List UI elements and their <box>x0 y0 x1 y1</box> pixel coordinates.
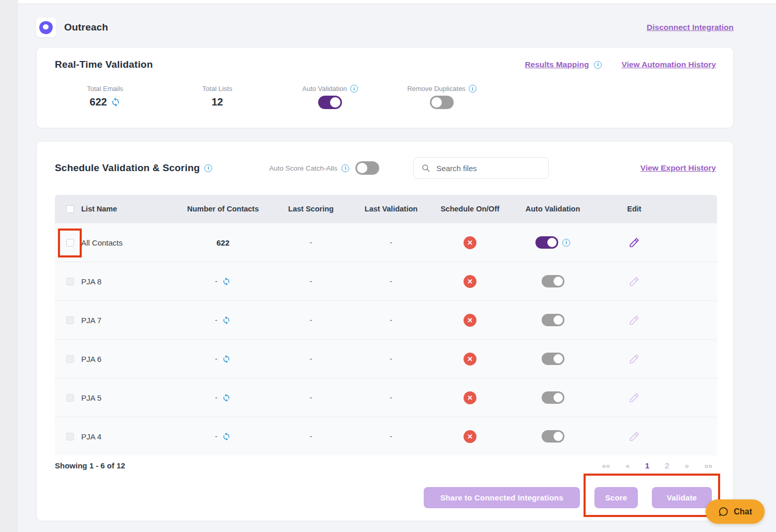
table-row-pja8: PJA 8 - - - ✕ <box>55 262 717 300</box>
pagination-prev[interactable]: « <box>625 462 630 470</box>
row-checkbox[interactable] <box>66 394 74 402</box>
row-auto-validation-toggle[interactable] <box>542 314 564 326</box>
last-scoring-value: - <box>270 393 352 402</box>
row-auto-validation-toggle[interactable] <box>542 430 564 443</box>
chat-bubble-icon <box>718 506 729 517</box>
select-all-checkbox[interactable] <box>66 205 74 213</box>
chat-button[interactable]: Chat <box>706 499 765 524</box>
col-edit: Edit <box>595 205 673 213</box>
auto-validation-stat: Auto Validation i <box>283 85 377 109</box>
list-name: All Contacts <box>81 238 123 247</box>
pagination-page-1[interactable]: 1 <box>645 461 649 470</box>
refresh-icon[interactable] <box>222 355 231 363</box>
last-scoring-value: - <box>270 277 352 285</box>
schedule-off-icon[interactable]: ✕ <box>464 430 476 443</box>
auto-validation-toggle[interactable] <box>318 96 342 109</box>
list-name: PJA 4 <box>81 432 101 441</box>
list-name: PJA 6 <box>81 355 101 363</box>
col-schedule-on-off: Schedule On/Off <box>430 205 510 213</box>
total-lists-label: Total Lists <box>176 85 259 93</box>
last-validation-value: - <box>352 316 430 324</box>
view-export-history-link[interactable]: View Export History <box>640 163 716 173</box>
page-left-margin <box>0 0 18 532</box>
remove-duplicates-info-icon[interactable]: i <box>469 85 476 93</box>
refresh-icon[interactable] <box>111 97 121 107</box>
total-emails-value: 622 <box>89 96 107 108</box>
last-validation-value: - <box>352 432 430 440</box>
last-scoring-value: - <box>270 355 352 363</box>
last-scoring-value: - <box>270 316 352 324</box>
auto-score-label: Auto Score Catch-Alls <box>269 164 337 172</box>
edit-icon[interactable] <box>629 314 640 326</box>
auto-validation-label: Auto Validation <box>302 85 347 93</box>
remove-duplicates-stat: Remove Duplicates i <box>395 85 488 109</box>
edit-icon[interactable] <box>629 237 640 248</box>
table-row-all-contacts: All Contacts 622 - - ✕ i <box>55 223 717 262</box>
table-row-pja4: PJA 4 - - - ✕ <box>55 417 717 455</box>
refresh-icon[interactable] <box>222 316 231 325</box>
row-checkbox[interactable] <box>66 239 74 247</box>
schedule-info-icon[interactable]: i <box>204 164 212 172</box>
last-validation-value: - <box>352 277 430 285</box>
row-auto-validation-toggle[interactable] <box>535 236 558 249</box>
col-auto-validation: Auto Validation <box>510 205 595 213</box>
contacts-count: - <box>215 316 218 324</box>
auto-validation-info-icon[interactable]: i <box>350 85 358 93</box>
auto-score-info-icon[interactable]: i <box>341 164 349 172</box>
refresh-icon[interactable] <box>222 393 231 402</box>
schedule-off-icon[interactable]: ✕ <box>464 353 476 366</box>
contacts-count: - <box>215 432 218 440</box>
total-lists-stat: Total Lists 12 <box>176 85 259 108</box>
edit-icon[interactable] <box>629 276 640 287</box>
row-checkbox[interactable] <box>66 355 74 363</box>
results-mapping-link[interactable]: Results Mapping <box>525 60 589 69</box>
col-last-scoring: Last Scoring <box>270 205 352 213</box>
last-scoring-value: - <box>270 238 352 247</box>
row-checkbox[interactable] <box>66 433 74 440</box>
col-list-name: List Name <box>81 205 117 213</box>
edit-icon[interactable] <box>629 353 640 364</box>
row-auto-validation-toggle[interactable] <box>542 275 564 287</box>
view-automation-history-link[interactable]: View Automation History <box>621 60 716 69</box>
integration-header: Outreach Disconnect Integration <box>36 17 734 38</box>
pagination-page-2[interactable]: 2 <box>665 461 669 470</box>
schedule-off-icon[interactable]: ✕ <box>464 236 476 249</box>
score-button[interactable]: Score <box>594 487 638 508</box>
row-auto-validation-toggle[interactable] <box>542 391 564 404</box>
chat-label: Chat <box>734 507 752 516</box>
table-row-pja6: PJA 6 - - - ✕ <box>55 339 717 378</box>
row-auto-validation-toggle[interactable] <box>542 353 564 365</box>
disconnect-integration-link[interactable]: Disconnect Integration <box>647 23 734 32</box>
results-mapping-info-icon[interactable]: i <box>594 61 602 69</box>
auto-score-toggle[interactable] <box>355 161 379 175</box>
schedule-off-icon[interactable]: ✕ <box>464 391 476 404</box>
col-last-validation: Last Validation <box>352 205 430 213</box>
integration-title: Outreach <box>64 22 108 33</box>
edit-icon[interactable] <box>629 431 640 442</box>
edit-icon[interactable] <box>629 392 640 403</box>
row-auto-validation-info-icon[interactable]: i <box>562 239 570 247</box>
share-to-integrations-button[interactable]: Share to Connected Integrations <box>424 487 580 508</box>
schedule-off-icon[interactable]: ✕ <box>464 314 476 327</box>
schedule-off-icon[interactable]: ✕ <box>464 275 476 288</box>
table-row-pja5: PJA 5 - - - ✕ <box>55 378 717 417</box>
row-checkbox[interactable] <box>66 278 74 285</box>
pagination: «« « 1 2 » »» <box>602 461 712 470</box>
row-checkbox[interactable] <box>66 316 74 324</box>
validate-button[interactable]: Validate <box>652 487 712 508</box>
contacts-count: 622 <box>216 238 229 247</box>
remove-duplicates-label: Remove Duplicates <box>407 85 466 93</box>
remove-duplicates-toggle[interactable] <box>430 96 454 109</box>
refresh-icon[interactable] <box>222 277 231 286</box>
refresh-icon[interactable] <box>222 432 231 441</box>
last-validation-value: - <box>352 393 430 402</box>
contacts-count: - <box>215 393 218 402</box>
realtime-validation-card: Real-Time Validation Results Mapping i V… <box>36 47 734 128</box>
list-name: PJA 5 <box>81 393 101 402</box>
pagination-last[interactable]: »» <box>704 462 712 470</box>
search-input[interactable] <box>436 164 541 173</box>
pagination-first[interactable]: «« <box>602 462 610 470</box>
top-divider-bar <box>18 0 776 4</box>
search-box[interactable] <box>413 157 549 179</box>
pagination-next[interactable]: » <box>685 462 689 470</box>
